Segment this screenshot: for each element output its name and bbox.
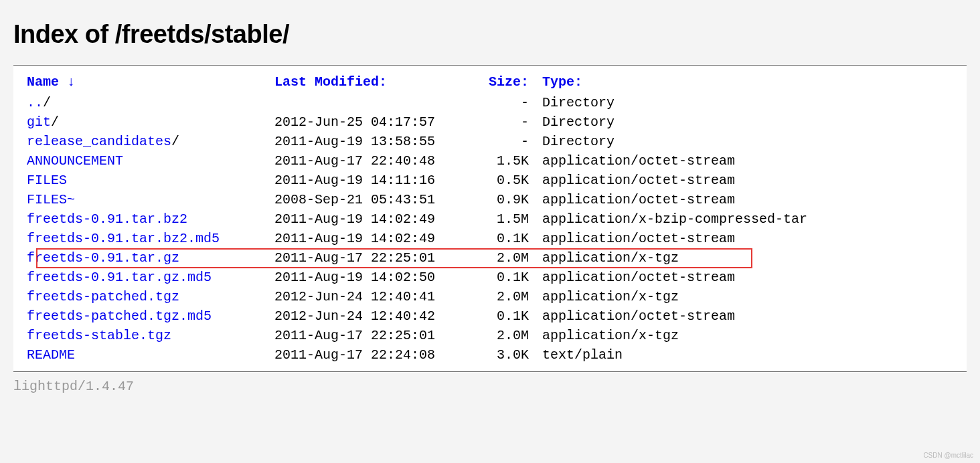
listing-row: freetds-patched.tgz2012-Jun-24 12:40:412… xyxy=(27,287,953,306)
file-link[interactable]: freetds-patched.tgz xyxy=(27,289,179,304)
dir-slash: / xyxy=(171,134,179,149)
size-cell: - xyxy=(482,93,542,112)
type-cell: application/octet-stream xyxy=(542,306,953,326)
type-cell: application/octet-stream xyxy=(542,268,953,287)
type-cell: application/x-tgz xyxy=(542,248,953,268)
modified-cell: 2012-Jun-24 12:40:41 xyxy=(274,287,482,306)
header-name-label: Name xyxy=(27,74,59,90)
listing-row: release_candidates/2011-Aug-19 13:58:55-… xyxy=(27,132,953,151)
size-cell: 1.5K xyxy=(482,151,542,171)
file-link[interactable]: freetds-0.91.tar.bz2 xyxy=(27,211,187,227)
sort-by-type-link[interactable]: Type: xyxy=(542,74,582,90)
modified-cell: 2011-Aug-19 14:02:49 xyxy=(274,229,482,248)
modified-cell: 2011-Aug-17 22:24:08 xyxy=(274,345,482,365)
size-cell: 2.0M xyxy=(482,326,542,345)
size-cell: 0.5K xyxy=(482,171,542,190)
modified-cell: 2011-Aug-19 14:11:16 xyxy=(274,171,482,190)
file-link[interactable]: README xyxy=(27,347,75,363)
type-cell: application/octet-stream xyxy=(542,190,953,209)
file-link[interactable]: freetds-0.91.tar.gz.md5 xyxy=(27,270,212,285)
sort-by-size-link[interactable]: Size: xyxy=(489,74,529,90)
listing-row: ../-Directory xyxy=(27,93,953,112)
listing-row: README2011-Aug-17 22:24:083.0Ktext/plain xyxy=(27,345,953,365)
modified-cell: 2011-Aug-19 14:02:49 xyxy=(274,209,482,229)
size-cell: - xyxy=(482,112,542,132)
modified-cell: 2011-Aug-17 22:25:01 xyxy=(274,248,482,268)
file-link[interactable]: release_candidates xyxy=(27,134,171,149)
size-cell: 2.0M xyxy=(482,287,542,306)
file-link[interactable]: git xyxy=(27,114,51,130)
listing-row: freetds-0.91.tar.gz.md52011-Aug-19 14:02… xyxy=(27,268,953,287)
divider-bottom xyxy=(13,371,967,372)
size-cell: 0.1K xyxy=(482,229,542,248)
listing-row: freetds-stable.tgz2011-Aug-17 22:25:012.… xyxy=(27,326,953,345)
modified-cell: 2011-Aug-17 22:25:01 xyxy=(274,326,482,345)
modified-cell: 2011-Aug-19 14:02:50 xyxy=(274,268,482,287)
modified-cell: 2008-Sep-21 05:43:51 xyxy=(274,190,482,209)
directory-listing: Name ↓ Last Modified: Size: Type: ../-Di… xyxy=(13,66,967,371)
sort-by-modified-link[interactable]: Last Modified: xyxy=(274,74,387,90)
type-cell: application/x-tgz xyxy=(542,326,953,345)
file-link[interactable]: .. xyxy=(27,95,43,110)
sort-by-name-link[interactable]: Name xyxy=(27,74,67,90)
size-cell: 2.0M xyxy=(482,248,542,268)
modified-cell: 2012-Jun-25 04:17:57 xyxy=(274,112,482,132)
type-cell: application/octet-stream xyxy=(542,229,953,248)
type-cell: Directory xyxy=(542,93,953,112)
listing-header-row: Name ↓ Last Modified: Size: Type: xyxy=(27,72,953,92)
page-title: Index of /freetds/stable/ xyxy=(13,20,967,49)
type-cell: text/plain xyxy=(542,345,953,365)
file-link[interactable]: FILES xyxy=(27,173,67,188)
file-link[interactable]: freetds-stable.tgz xyxy=(27,328,171,343)
modified-cell: 2011-Aug-19 13:58:55 xyxy=(274,132,482,151)
listing-row: FILES2011-Aug-19 14:11:160.5Kapplication… xyxy=(27,171,953,190)
type-cell: Directory xyxy=(542,132,953,151)
listing-row: freetds-0.91.tar.gz2011-Aug-17 22:25:012… xyxy=(27,248,953,268)
dir-slash: / xyxy=(51,114,59,130)
file-link[interactable]: freetds-0.91.tar.bz2.md5 xyxy=(27,231,220,246)
type-cell: application/x-tgz xyxy=(542,287,953,306)
sort-arrow-icon: ↓ xyxy=(67,74,75,90)
modified-cell: 2012-Jun-24 12:40:42 xyxy=(274,306,482,326)
size-cell: 1.5M xyxy=(482,209,542,229)
type-cell: application/x-bzip-compressed-tar xyxy=(542,209,953,229)
file-link[interactable]: FILES~ xyxy=(27,192,75,207)
size-cell: 0.1K xyxy=(482,306,542,326)
listing-row: freetds-0.91.tar.bz2.md52011-Aug-19 14:0… xyxy=(27,229,953,248)
server-footer: lighttpd/1.4.47 xyxy=(13,379,967,394)
size-cell: 3.0K xyxy=(482,345,542,365)
type-cell: Directory xyxy=(542,112,953,132)
file-link[interactable]: ANNOUNCEMENT xyxy=(27,153,123,169)
dir-slash: / xyxy=(43,95,51,110)
type-cell: application/octet-stream xyxy=(542,151,953,171)
file-link[interactable]: freetds-0.91.tar.gz xyxy=(27,250,179,266)
listing-row: FILES~2008-Sep-21 05:43:510.9Kapplicatio… xyxy=(27,190,953,209)
size-cell: 0.1K xyxy=(482,268,542,287)
listing-row: git/2012-Jun-25 04:17:57-Directory xyxy=(27,112,953,132)
file-link[interactable]: freetds-patched.tgz.md5 xyxy=(27,308,212,324)
size-cell: - xyxy=(482,132,542,151)
size-cell: 0.9K xyxy=(482,190,542,209)
listing-row: freetds-0.91.tar.bz22011-Aug-19 14:02:49… xyxy=(27,209,953,229)
modified-cell: 2011-Aug-17 22:40:48 xyxy=(274,151,482,171)
listing-row: freetds-patched.tgz.md52012-Jun-24 12:40… xyxy=(27,306,953,326)
type-cell: application/octet-stream xyxy=(542,171,953,190)
listing-row: ANNOUNCEMENT2011-Aug-17 22:40:481.5Kappl… xyxy=(27,151,953,171)
